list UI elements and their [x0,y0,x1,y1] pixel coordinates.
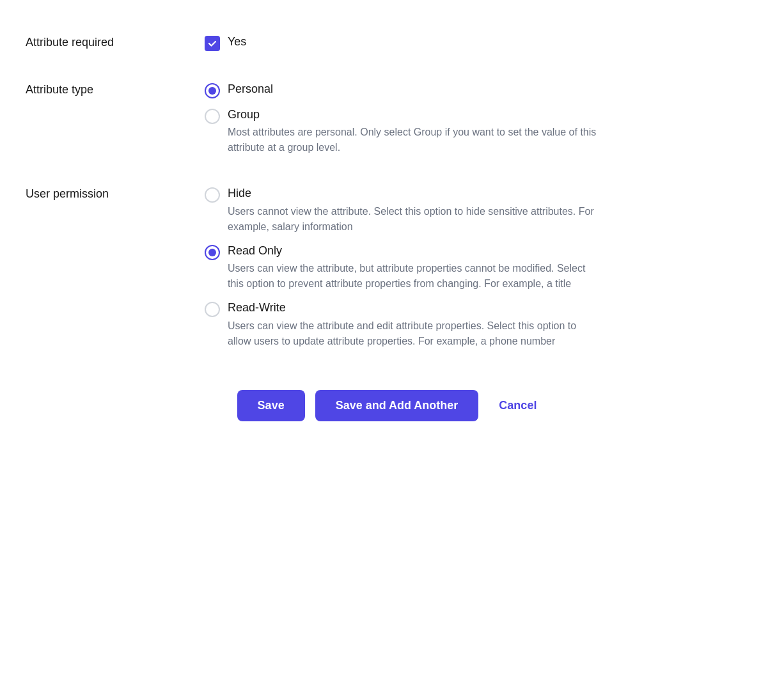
attribute-type-group-label: Group [228,107,599,122]
user-permission-control: Hide Users cannot view the attribute. Se… [205,186,758,348]
user-permission-readonly-description: Users can view the attribute, but attrib… [228,261,599,292]
user-permission-readwrite-content: Read-Write Users can view the attribute … [228,300,599,348]
cancel-button[interactable]: Cancel [489,390,547,421]
user-permission-label: User permission [26,186,205,201]
user-permission-hide-radio[interactable] [205,187,220,203]
user-permission-readwrite-option[interactable]: Read-Write Users can view the attribute … [205,300,758,348]
attribute-type-personal-label: Personal [228,82,273,97]
user-permission-hide-label: Hide [228,186,599,201]
user-permission-hide-content: Hide Users cannot view the attribute. Se… [228,186,599,234]
user-permission-readwrite-radio[interactable] [205,302,220,317]
attribute-required-yes-checkbox[interactable] [205,36,220,51]
attribute-type-personal-radio[interactable] [205,83,220,98]
attribute-type-personal-option[interactable]: Personal [205,82,758,98]
attribute-type-group-content: Group Most attributes are personal. Only… [228,107,599,155]
user-permission-readonly-option[interactable]: Read Only Users can view the attribute, … [205,244,758,292]
user-permission-readwrite-description: Users can view the attribute and edit at… [228,318,599,349]
save-and-add-another-button[interactable]: Save and Add Another [315,390,479,421]
attribute-type-group-option[interactable]: Group Most attributes are personal. Only… [205,107,758,155]
user-permission-readonly-radio[interactable] [205,245,220,260]
user-permission-readonly-label: Read Only [228,244,599,258]
user-permission-row: User permission Hide Users cannot view t… [26,171,758,364]
checkmark-icon [208,39,217,48]
attribute-required-label: Attribute required [26,35,205,49]
user-permission-hide-description: Users cannot view the attribute. Select … [228,204,599,235]
attribute-type-personal-content: Personal [228,82,273,97]
attribute-required-yes-label: Yes [228,35,246,49]
user-permission-readwrite-label: Read-Write [228,300,599,315]
attribute-required-yes-content: Yes [228,35,246,49]
attribute-type-label: Attribute type [26,82,205,97]
user-permission-hide-option[interactable]: Hide Users cannot view the attribute. Se… [205,186,758,234]
attribute-type-group-radio[interactable] [205,109,220,124]
user-permission-readonly-content: Read Only Users can view the attribute, … [228,244,599,292]
attribute-type-group-description: Most attributes are personal. Only selec… [228,125,599,155]
attribute-type-control: Personal Group Most attributes are perso… [205,82,758,155]
save-button[interactable]: Save [237,390,305,421]
attribute-required-control: Yes [205,35,758,51]
attribute-required-row: Attribute required Yes [26,19,758,66]
attribute-type-row: Attribute type Personal Group Most attri… [26,66,758,171]
footer: Save Save and Add Another Cancel [26,364,758,434]
attribute-required-yes-option[interactable]: Yes [205,35,758,51]
